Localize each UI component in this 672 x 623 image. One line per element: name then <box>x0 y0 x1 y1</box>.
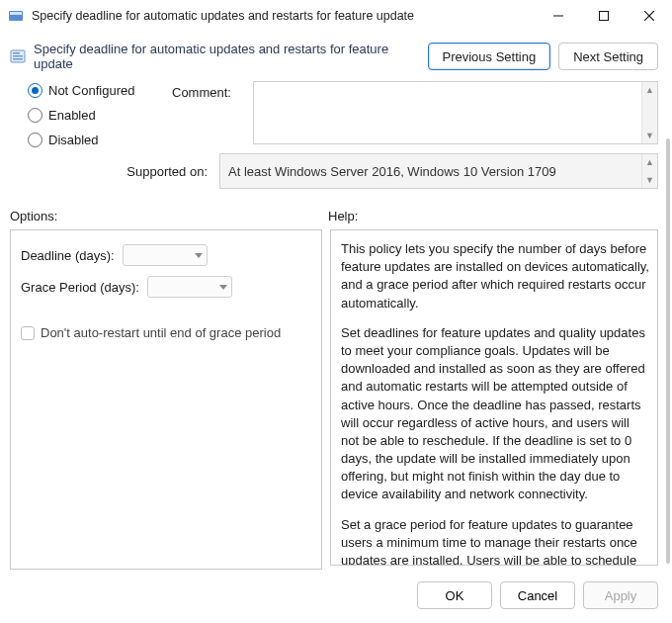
policy-title: Specify deadline for automatic updates a… <box>34 42 420 71</box>
supported-on-row: Supported on: At least Windows Server 20… <box>0 147 672 195</box>
options-panel: Deadline (days): Grace Period (days): Do… <box>10 229 322 570</box>
radio-enabled[interactable]: Enabled <box>28 108 156 123</box>
options-heading: Options: <box>10 209 328 223</box>
help-heading: Help: <box>328 209 658 223</box>
previous-setting-button[interactable]: Previous Setting <box>428 43 551 70</box>
auto-restart-label: Don't auto-restart until end of grace pe… <box>41 325 281 340</box>
title-bar: Specify deadline for automatic updates a… <box>0 0 672 32</box>
deadline-spinner[interactable] <box>123 244 208 266</box>
radio-label: Enabled <box>48 108 96 123</box>
panels: Deadline (days): Grace Period (days): Do… <box>0 227 672 570</box>
policy-icon <box>10 48 26 64</box>
help-paragraph: Set a grace period for feature updates t… <box>341 516 649 566</box>
supported-scrollbar[interactable]: ▲ ▼ <box>641 154 657 188</box>
radio-disabled[interactable]: Disabled <box>28 133 156 147</box>
supported-label: Supported on: <box>117 164 208 179</box>
state-radio-group: Not Configured Enabled Disabled <box>28 81 156 147</box>
page-scrollbar[interactable] <box>666 138 670 564</box>
svg-rect-1 <box>10 12 22 15</box>
state-area: Not Configured Enabled Disabled Comment:… <box>0 77 672 147</box>
grace-row: Grace Period (days): <box>21 276 311 298</box>
window-controls <box>536 0 672 32</box>
maximize-button[interactable] <box>581 0 627 32</box>
svg-rect-8 <box>13 55 23 57</box>
comment-textarea[interactable]: ▲ ▼ <box>253 81 658 144</box>
help-paragraph: This policy lets you specify the number … <box>341 240 649 312</box>
radio-icon <box>28 133 42 147</box>
apply-button[interactable]: Apply <box>583 581 658 609</box>
next-setting-button[interactable]: Next Setting <box>558 43 658 70</box>
chevron-down-icon <box>219 285 227 290</box>
deadline-row: Deadline (days): <box>21 244 311 266</box>
policy-header: Specify deadline for automatic updates a… <box>0 32 672 77</box>
svg-rect-3 <box>600 12 609 21</box>
section-headers: Options: Help: <box>0 195 672 227</box>
deadline-label: Deadline (days): <box>21 248 115 263</box>
dialog-footer: OK Cancel Apply <box>0 570 672 623</box>
close-button[interactable] <box>627 0 672 32</box>
auto-restart-row[interactable]: Don't auto-restart until end of grace pe… <box>21 325 311 340</box>
help-paragraph: Set deadlines for feature updates and qu… <box>341 324 649 504</box>
scroll-up-icon: ▲ <box>642 82 657 98</box>
radio-label: Not Configured <box>48 83 134 98</box>
chevron-down-icon <box>195 253 203 258</box>
comment-area: Comment: ▲ ▼ <box>172 81 658 144</box>
auto-restart-checkbox[interactable] <box>21 326 35 340</box>
supported-on-value: At least Windows Server 2016, Windows 10… <box>228 164 556 179</box>
app-icon <box>8 8 24 24</box>
grace-spinner[interactable] <box>147 276 232 298</box>
scroll-down-icon: ▼ <box>642 172 657 188</box>
comment-scrollbar[interactable]: ▲ ▼ <box>641 82 657 143</box>
comment-label: Comment: <box>172 81 241 144</box>
scroll-down-icon: ▼ <box>642 128 657 143</box>
help-panel[interactable]: This policy lets you specify the number … <box>330 229 658 566</box>
grace-label: Grace Period (days): <box>21 280 139 295</box>
svg-rect-9 <box>13 58 23 60</box>
radio-label: Disabled <box>48 133 99 147</box>
scroll-up-icon: ▲ <box>642 154 657 170</box>
minimize-button[interactable] <box>536 0 581 32</box>
radio-not-configured[interactable]: Not Configured <box>28 83 156 98</box>
radio-icon <box>28 83 42 98</box>
svg-rect-2 <box>553 16 563 17</box>
radio-icon <box>28 108 42 123</box>
cancel-button[interactable]: Cancel <box>500 581 575 609</box>
supported-on-box: At least Windows Server 2016, Windows 10… <box>219 153 658 189</box>
window-title: Specify deadline for automatic updates a… <box>32 9 536 23</box>
ok-button[interactable]: OK <box>417 581 492 609</box>
svg-rect-7 <box>13 52 20 54</box>
